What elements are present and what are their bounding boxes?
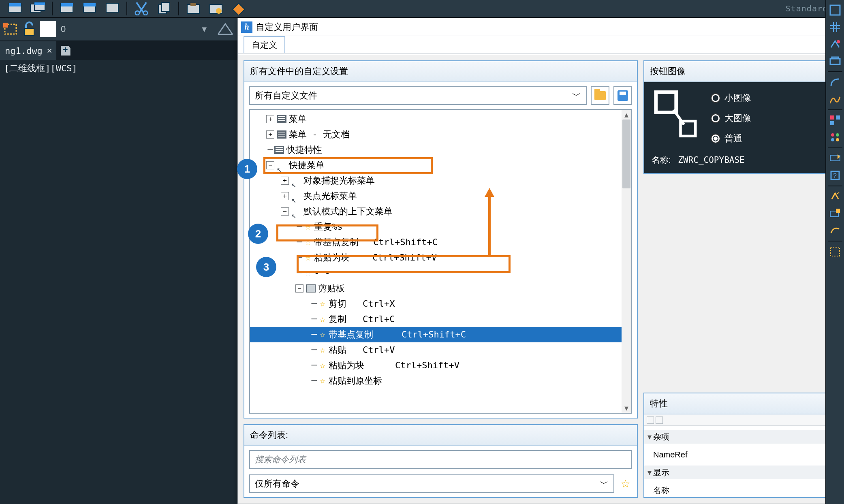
scroll-down-icon[interactable]: ▾ xyxy=(622,403,631,413)
palette-icon[interactable] xyxy=(827,206,843,221)
palette-icon[interactable] xyxy=(827,151,843,166)
chevron-down-icon[interactable]: ▼ xyxy=(200,25,208,34)
panel-header: 所有文件中的自定义设置 xyxy=(244,61,637,82)
cursor-icon xyxy=(291,207,301,216)
cui-left-column: 所有文件中的自定义设置 所有自定义文件 ﹀ +菜单 +菜单 - 无文档 xyxy=(244,60,638,498)
palette-icon[interactable] xyxy=(827,244,843,259)
save-file-button[interactable] xyxy=(613,86,632,105)
tree-leaf[interactable]: - - xyxy=(314,265,330,281)
command-filter-selector[interactable]: 仅所有命令 ﹀ xyxy=(249,474,614,493)
palette-icon[interactable] xyxy=(827,53,843,69)
palette-icon[interactable] xyxy=(827,19,843,35)
tree-node[interactable]: 夹点光标菜单 xyxy=(303,188,357,204)
svg-rect-19 xyxy=(3,23,8,28)
tree-leaf[interactable]: 粘贴 xyxy=(329,342,346,358)
props-group[interactable]: ▾杂项 xyxy=(644,430,837,444)
tree-leaf[interactable]: 带基点复制 xyxy=(314,235,359,250)
layer-color-swatch[interactable] xyxy=(40,21,56,37)
tool-icon[interactable] xyxy=(58,0,76,17)
tool-icon[interactable] xyxy=(207,0,225,17)
cui-file-selector[interactable]: 所有自定义文件 ﹀ xyxy=(249,86,587,105)
tree-node[interactable]: 快捷特性 xyxy=(286,142,322,158)
cut-icon[interactable] xyxy=(132,0,151,17)
tree-leaf[interactable]: 粘贴到原坐标 xyxy=(329,373,382,389)
palette-icon[interactable] xyxy=(827,223,843,238)
svg-rect-29 xyxy=(830,121,834,125)
tree-leaf[interactable]: 粘贴为块 xyxy=(314,250,350,265)
svg-rect-24 xyxy=(830,5,840,15)
right-tool-palette: ? xyxy=(825,0,844,504)
palette-icon[interactable]: ? xyxy=(827,168,843,183)
palette-icon[interactable] xyxy=(827,130,843,145)
button-preview-icon xyxy=(652,90,704,142)
svg-rect-1 xyxy=(9,3,21,6)
favorite-button[interactable]: ☆ xyxy=(618,477,632,491)
props-row[interactable]: 名称 xyxy=(644,483,837,497)
shortcut-label: Ctrl+Shift+V xyxy=(395,358,459,373)
radio-large-image[interactable]: 大图像 xyxy=(712,112,751,124)
shortcut-label: Ctrl+V xyxy=(363,342,395,358)
search-input[interactable]: 搜索命令列表 xyxy=(249,450,632,469)
tab-customize[interactable]: 自定义 xyxy=(244,36,285,53)
palette-icon[interactable] xyxy=(827,36,843,52)
svg-rect-20 xyxy=(24,28,34,36)
radio-small-image[interactable]: 小图像 xyxy=(712,92,751,104)
tree-leaf[interactable]: 剪切 xyxy=(329,296,346,312)
radio-normal[interactable]: 普通 xyxy=(712,132,751,145)
main-toolbar: Standard xyxy=(0,0,844,18)
tree-node[interactable]: 菜单 xyxy=(289,111,307,127)
palette-icon[interactable] xyxy=(827,113,843,128)
chevron-down-icon: ﹀ xyxy=(600,478,609,490)
cursor-icon xyxy=(291,192,301,200)
tool-icon[interactable] xyxy=(184,0,203,17)
name-value: ZWRC_COPYBASE xyxy=(678,155,744,165)
drawing-viewport[interactable] xyxy=(0,60,237,504)
tree-scrollbar[interactable]: ▴ ▾ xyxy=(622,110,631,413)
tool-icon[interactable] xyxy=(80,0,99,17)
tree-node[interactable]: 默认模式的上下文菜单 xyxy=(303,204,393,219)
cursor-icon xyxy=(291,177,301,185)
palette-icon[interactable] xyxy=(827,92,843,107)
panel-icon xyxy=(306,284,316,293)
tree-node[interactable]: 快捷菜单 xyxy=(289,158,325,173)
palette-icon[interactable] xyxy=(827,189,843,204)
panel-button-image: 按钮图像 小图像 大图像 普通 xyxy=(643,60,838,174)
layer-icon[interactable] xyxy=(2,21,19,37)
svg-rect-8 xyxy=(83,3,96,6)
tree-node[interactable]: 菜单 - 无文档 xyxy=(289,127,350,142)
tool-icon[interactable] xyxy=(6,0,24,17)
copy-icon[interactable] xyxy=(155,0,173,17)
placeholder-text: 搜索命令列表 xyxy=(255,454,306,465)
props-toolbar[interactable] xyxy=(644,414,837,426)
tool-icon[interactable] xyxy=(103,0,122,17)
cui-titlebar[interactable]: h 自定义用户界面 xyxy=(238,18,844,36)
open-file-button[interactable] xyxy=(591,86,609,105)
layer-tool-icon[interactable] xyxy=(216,21,233,38)
folder-icon xyxy=(594,91,606,100)
palette-icon[interactable] xyxy=(827,2,843,18)
tool-icon[interactable] xyxy=(229,0,248,17)
tree-node[interactable]: 对象捕捉光标菜单 xyxy=(303,173,375,188)
tree-leaf[interactable]: 粘贴为块 xyxy=(329,358,364,373)
unlock-icon[interactable] xyxy=(21,21,37,37)
tree-leaf[interactable]: 重复%s xyxy=(314,219,343,235)
cui-tree[interactable]: +菜单 +菜单 - 无文档 ─快捷特性 −快捷菜单 +对象捕捉光标菜单 +夹点光… xyxy=(249,109,632,414)
document-tab-label: ng1.dwg xyxy=(5,46,43,56)
svg-point-30 xyxy=(831,133,834,137)
tree-leaf[interactable]: 复制 xyxy=(329,312,346,327)
props-row[interactable]: NameRef xyxy=(644,448,837,461)
new-document-tab[interactable] xyxy=(56,41,75,60)
svg-rect-27 xyxy=(830,115,834,120)
scroll-thumb[interactable] xyxy=(622,120,630,188)
scroll-up-icon[interactable]: ▴ xyxy=(622,110,631,120)
tool-icon[interactable] xyxy=(28,0,47,17)
cui-dialog: h 自定义用户界面 自定义 所有文件中的自定义设置 所有自定义文件 ﹀ xyxy=(237,18,844,504)
tree-node[interactable]: 剪贴板 xyxy=(318,281,345,296)
document-tab[interactable]: ng1.dwg × xyxy=(0,41,56,60)
tree-leaf-selected[interactable]: 带基点复制 xyxy=(329,327,373,342)
close-icon[interactable]: × xyxy=(47,45,52,56)
palette-icon[interactable] xyxy=(827,75,843,90)
svg-rect-9 xyxy=(106,3,118,12)
props-group[interactable]: ▾显示 xyxy=(644,466,837,479)
cui-title: 自定义用户界面 xyxy=(256,21,318,33)
